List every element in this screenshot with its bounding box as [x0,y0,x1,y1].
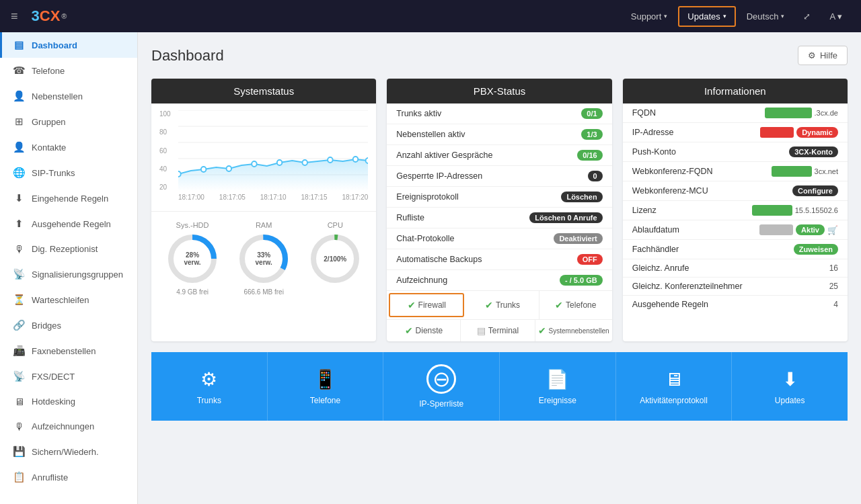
ip-sperrliste-tile-icon: ⊖ [426,364,456,394]
chart-y-labels: 100 80 60 40 20 [159,110,171,191]
firewall-item-systemnebenstellen[interactable]: ✔ Systemnebenstellen [535,320,612,341]
dienste-check: ✔ [405,325,413,336]
sidebar-item-telefone[interactable]: ☎ Telefone [0,58,137,83]
lizenz-bar [752,205,792,216]
svg-point-8 [252,161,257,167]
pbx-row-backups: Automatische Backups OFF [387,249,611,270]
firewall-item-terminal[interactable]: ▤ Terminal [461,320,535,341]
sidebar-item-eingehende-regeln[interactable]: ⬇ Eingehende Regeln [0,185,137,211]
ereignis-badge[interactable]: Löschen [561,192,602,202]
gespraeche-badge: 0/16 [577,150,602,161]
firewall-check: ✔ [408,300,416,310]
tile-aktivitaetenprotokoll[interactable]: 🖥 Aktivitätenprotokoll [616,352,733,421]
tile-telefone[interactable]: 📱 Telefone [268,352,384,421]
tile-trunks[interactable]: ⚙ Trunks [151,352,268,421]
aufzeichnung-badge: - / 5.0 GB [560,275,603,286]
firewall-item-trunks[interactable]: ✔ Trunks [466,291,539,319]
chat-badge: Deaktiviert [554,233,602,244]
rufliste-badge[interactable]: Löschen 0 Anrufe [529,212,603,223]
updates-label: Updates [687,11,720,22]
lizenz-value: 15.5.15502.6 [795,206,838,214]
hdd-free: 4.9 GB frei [165,288,219,296]
info-row-lizenz: Lizenz 15.5.15502.6 [623,201,848,220]
sidebar-item-ausgehende-regeln[interactable]: ⬆ Ausgehende Regeln [0,211,137,237]
support-caret: ▾ [664,13,667,19]
sidebar: ▤ Dashboard ☎ Telefone 👤 Nebenstellen ⊞ … [0,32,138,504]
cpu-donut: CPU 2/100% [308,221,362,296]
dashboard-icon: ▤ [13,39,25,51]
sidebar-label-signalis: Signalisierungsgruppen [32,269,123,280]
telefone-tile-icon: 📱 [313,368,337,390]
updates-button[interactable]: Updates ▾ [678,6,735,27]
gleichz-anrufe-value: 16 [829,263,838,273]
sidebar-item-gruppen[interactable]: ⊞ Gruppen [0,109,137,134]
updates-tile-icon: ⬇ [782,368,798,390]
svg-point-11 [328,157,333,163]
sidebar-label-sip-trunks: SIP-Trunks [32,168,75,178]
info-row-fqdn: FQDN .3cx.de [623,103,848,123]
wkmcu-badge[interactable]: Configure [792,185,838,196]
sidebar-item-hotdesking[interactable]: 🖥 Hotdesking [0,389,137,414]
info-row-ablaufdatum: Ablaufdatum Aktiv 🛒 [623,220,848,240]
sidebar-item-kontakte[interactable]: 👤 Kontakte [0,134,137,160]
info-row-push: Push-Konto 3CX-Konto [623,142,848,162]
ausgehende-icon: ⬆ [13,218,25,230]
firewall-item-firewall[interactable]: ✔ Firewall [389,293,464,317]
ip-badge: Dynamic [796,127,838,138]
sidebar-label-bridges: Bridges [32,321,61,331]
aktivitaetenprotokoll-tile-label: Aktivitätenprotokoll [640,396,708,405]
fachhaendler-badge[interactable]: Zuweisen [794,244,838,255]
page-title: Dashboard [151,47,224,65]
support-label: Support [631,11,662,22]
sidebar-item-anrufliste[interactable]: 📋 Anrufliste [0,464,137,490]
main-content: Dashboard ⚙ Hilfe Systemstatus 100 80 60… [138,32,861,504]
fqdn-bar [765,108,812,118]
gesperrte-badge: 0 [588,171,603,181]
user-button[interactable]: A ▾ [821,7,850,26]
deutsch-caret: ▾ [781,13,784,19]
tile-ereignisse[interactable]: 📄 Ereignisse [500,352,616,421]
sidebar-item-sichern[interactable]: 💾 Sichern/Wiederh. [0,439,137,464]
sidebar-item-sip-trunks[interactable]: 🌐 SIP-Trunks [0,160,137,185]
sidebar-item-bridges[interactable]: 🔗 Bridges [0,312,137,338]
sidebar-item-faxnebenstellen[interactable]: 📠 Faxnebenstellen [0,338,137,364]
warteschleifen-icon: ⏳ [13,294,25,306]
menu-icon[interactable]: ≡ [11,9,18,24]
sidebar-item-aufzeichnungen[interactable]: 🎙 Aufzeichnungen [0,414,137,439]
trunks-tile-icon: ⚙ [200,368,217,390]
updates-tile-label: Updates [775,396,805,405]
hilfe-button[interactable]: ⚙ Hilfe [798,46,848,65]
firewall-item-dienste[interactable]: ✔ Dienste [387,320,461,341]
sidebar-item-nebenstellen[interactable]: 👤 Nebenstellen [0,83,137,109]
sidebar-item-signalisierungsgruppen[interactable]: 📡 Signalisierungsgruppen [0,261,137,287]
telefone-check: ✔ [555,300,563,310]
support-button[interactable]: Support ▾ [623,7,676,26]
svg-point-10 [302,160,307,165]
sidebar-item-fxs-dect[interactable]: 📡 FXS/DECT [0,364,137,389]
ram-label: RAM [237,221,291,229]
sidebar-label-telefone: Telefone [32,66,65,76]
sidebar-item-warteschleifen[interactable]: ⏳ Warteschleifen [0,287,137,312]
sidebar-item-dig-rezeptionist[interactable]: 🎙 Dig. Rezeptionist [0,237,137,261]
info-card: Informationen FQDN .3cx.de IP-Adresse [623,79,848,341]
firewall-item-telefone[interactable]: ✔ Telefone [539,291,612,319]
sidebar-label-dashboard: Dashboard [32,40,77,50]
tile-updates[interactable]: ⬇ Updates [732,352,848,421]
sidebar-label-hotdesking: Hotdesking [32,396,75,407]
tile-ip-sperrliste[interactable]: ⊖ IP-Sperrliste [383,352,500,421]
info-row-gleichz-konf: Gleichz. Konferenzteilnehmer 25 [623,278,848,296]
sidebar-label-gruppen: Gruppen [32,117,66,127]
svg-point-13 [366,158,369,163]
expand-button[interactable]: ⤢ [795,7,819,26]
logo: 3CX® [32,7,67,25]
deutsch-button[interactable]: Deutsch ▾ [739,7,793,26]
telefone-icon: ☎ [13,65,25,77]
info-row-webkonferenz-fqdn: Webkonferenz-FQDN 3cx.net [623,162,848,181]
deutsch-label: Deutsch [747,11,779,22]
hdd-value: 28% verw. [179,251,206,266]
sidebar-item-dashboard[interactable]: ▤ Dashboard [0,32,137,58]
svg-point-7 [227,166,232,171]
topnav: ≡ 3CX® Support ▾ Updates ▾ Deutsch ▾ ⤢ A… [0,0,861,32]
gruppen-icon: ⊞ [13,116,25,128]
cpu-circle: 2/100% [308,232,362,286]
